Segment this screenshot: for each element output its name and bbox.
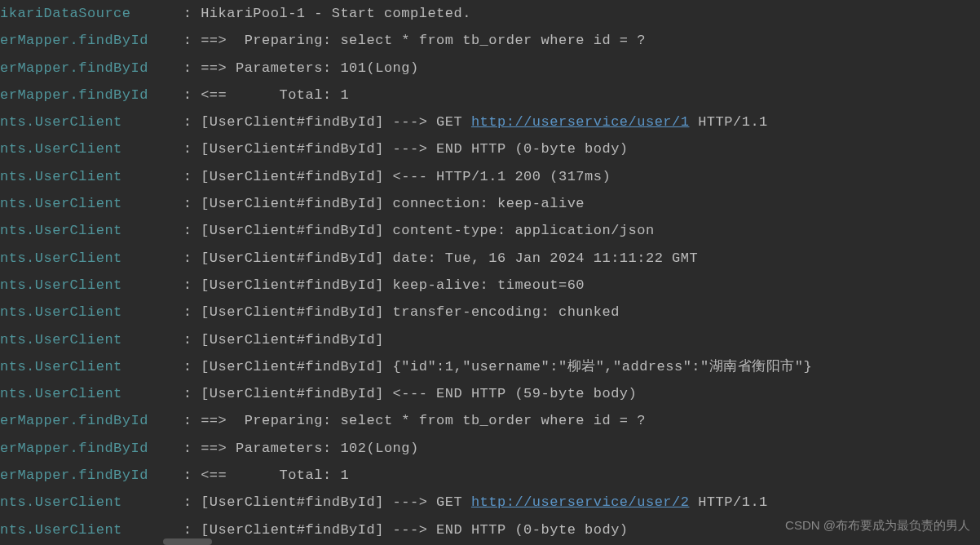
log-message: [UserClient#findById] <--- HTTP/1.1 200 … (201, 169, 611, 184)
logger-name: ikariDataSource (0, 6, 148, 21)
separator: : (148, 33, 201, 48)
logger-name: nts.UserClient (0, 223, 148, 238)
log-message-post: HTTP/1.1 (689, 114, 767, 130)
log-message: [UserClient#findById] transfer-encoding:… (201, 304, 620, 320)
log-message-post: HTTP/1.1 (689, 494, 767, 510)
logger-name: nts.UserClient (0, 169, 148, 184)
log-line: nts.UserClient : [UserClient#findById] -… (0, 109, 980, 135)
log-line: ikariDataSource : HikariPool-1 - Start c… (0, 0, 980, 27)
logger-name: erMapper.findById (0, 33, 148, 48)
log-message: <== Total: 1 (201, 467, 349, 483)
separator: : (148, 87, 201, 103)
logger-name: erMapper.findById (0, 413, 148, 428)
log-message: [UserClient#findById] {"id":1,"username"… (201, 359, 812, 374)
log-line: nts.UserClient : [UserClient#findById] <… (0, 163, 980, 190)
logger-name: nts.UserClient (0, 114, 148, 130)
logger-name: nts.UserClient (0, 250, 148, 266)
log-message: [UserClient#findById] (201, 332, 392, 348)
separator: : (148, 304, 201, 320)
log-line: nts.UserClient : [UserClient#findById] t… (0, 299, 980, 326)
log-line: nts.UserClient : [UserClient#findById] c… (0, 217, 980, 244)
separator: : (148, 413, 201, 428)
logger-name: nts.UserClient (0, 196, 148, 211)
horizontal-scrollbar-thumb[interactable] (163, 538, 212, 545)
separator: : (148, 386, 201, 401)
log-message: [UserClient#findById] content-type: appl… (201, 223, 655, 238)
logger-name: nts.UserClient (0, 494, 148, 510)
logger-name: erMapper.findById (0, 60, 148, 76)
log-line: nts.UserClient : [UserClient#findById] {… (0, 353, 980, 380)
log-message: ==> Parameters: 101(Long) (201, 60, 419, 76)
log-line: erMapper.findById : ==> Preparing: selec… (0, 27, 980, 54)
log-line: erMapper.findById : ==> Preparing: selec… (0, 407, 980, 434)
logger-name: erMapper.findById (0, 467, 148, 483)
separator: : (148, 141, 201, 157)
log-message: [UserClient#findById] ---> GET (201, 114, 471, 130)
log-line: nts.UserClient : [UserClient#findById] (0, 326, 980, 353)
separator: : (148, 522, 201, 538)
log-message: [UserClient#findById] connection: keep-a… (201, 196, 585, 211)
logger-name: erMapper.findById (0, 441, 148, 456)
log-line: erMapper.findById : <== Total: 1 (0, 82, 980, 109)
separator: : (148, 114, 201, 130)
separator: : (148, 6, 201, 21)
log-line: erMapper.findById : <== Total: 1 (0, 462, 980, 489)
separator: : (148, 494, 201, 510)
log-message: [UserClient#findById] ---> END HTTP (0-b… (201, 141, 628, 157)
log-message: ==> Preparing: select * from tb_order wh… (201, 33, 646, 48)
logger-name: nts.UserClient (0, 386, 148, 401)
log-message: [UserClient#findById] ---> END HTTP (0-b… (201, 522, 628, 538)
logger-name: nts.UserClient (0, 277, 148, 293)
log-line: nts.UserClient : [UserClient#findById] k… (0, 272, 980, 299)
separator: : (148, 359, 201, 374)
separator: : (148, 196, 201, 211)
log-message: ==> Preparing: select * from tb_order wh… (201, 413, 646, 428)
log-message: [UserClient#findById] <--- END HTTP (59-… (201, 386, 637, 401)
separator: : (148, 169, 201, 184)
separator: : (148, 332, 201, 348)
log-line: nts.UserClient : [UserClient#findById] d… (0, 245, 980, 272)
log-message: [UserClient#findById] date: Tue, 16 Jan … (201, 250, 698, 266)
log-message: ==> Parameters: 102(Long) (201, 441, 419, 456)
logger-name: nts.UserClient (0, 522, 148, 538)
logger-name: erMapper.findById (0, 87, 148, 103)
separator: : (148, 441, 201, 456)
log-message: [UserClient#findById] keep-alive: timeou… (201, 277, 585, 293)
logger-name: nts.UserClient (0, 359, 148, 374)
separator: : (148, 277, 201, 293)
url-link[interactable]: http://userservice/user/1 (471, 114, 690, 130)
log-line: nts.UserClient : [UserClient#findById] -… (0, 135, 980, 162)
logger-name: nts.UserClient (0, 141, 148, 157)
logger-name: nts.UserClient (0, 332, 148, 348)
separator: : (148, 223, 201, 238)
url-link[interactable]: http://userservice/user/2 (471, 494, 690, 510)
logger-name: nts.UserClient (0, 304, 148, 320)
log-message: [UserClient#findById] ---> GET (201, 494, 471, 510)
log-message: HikariPool-1 - Start completed. (201, 6, 471, 21)
log-line: erMapper.findById : ==> Parameters: 102(… (0, 435, 980, 462)
log-line: nts.UserClient : [UserClient#findById] c… (0, 190, 980, 217)
separator: : (148, 60, 201, 76)
log-line: nts.UserClient : [UserClient#findById] <… (0, 380, 980, 407)
log-line: erMapper.findById : ==> Parameters: 101(… (0, 55, 980, 82)
log-output[interactable]: ikariDataSource : HikariPool-1 - Start c… (0, 0, 980, 545)
separator: : (148, 250, 201, 266)
watermark-text: CSDN @布布要成为最负责的男人 (785, 512, 970, 538)
separator: : (148, 467, 201, 483)
log-message: <== Total: 1 (201, 87, 349, 103)
